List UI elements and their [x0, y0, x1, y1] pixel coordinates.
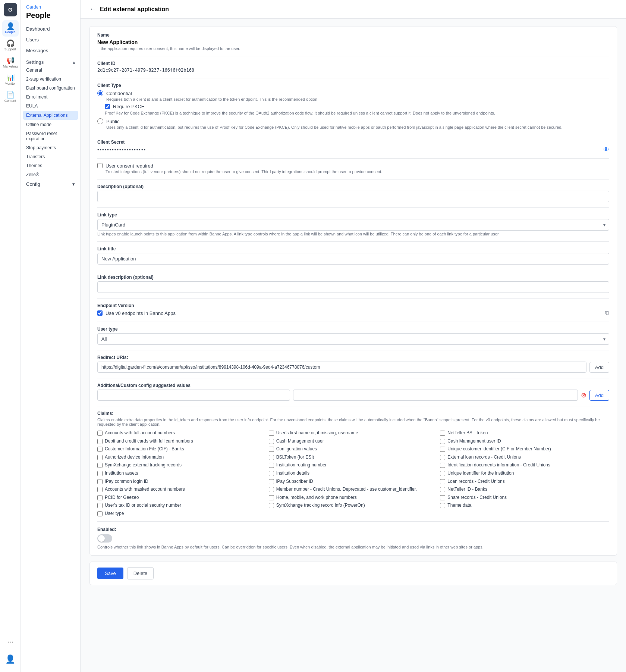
link-type-select[interactable]: PluginCard — [97, 219, 609, 231]
claim-item: Theme data — [440, 503, 609, 509]
claim-checkbox-accounts_masked[interactable] — [97, 487, 103, 492]
claim-checkbox-cif_banks[interactable] — [97, 447, 103, 452]
nav-content[interactable]: 📄 Content — [2, 89, 19, 105]
monitor-nav-label: Monitor — [4, 82, 16, 85]
claim-checkbox-ipay_login[interactable] — [97, 479, 103, 484]
copy-icon[interactable]: ⧉ — [605, 310, 609, 316]
people-nav-label: People — [5, 30, 15, 34]
description-label: Description (optional) — [97, 184, 609, 189]
claim-checkbox-theme_data[interactable] — [440, 503, 445, 508]
claim-item: NetTeller ID - Banks — [440, 487, 609, 493]
enabled-toggle[interactable] — [97, 534, 112, 543]
redirect-uri-input[interactable] — [97, 362, 586, 373]
nav-password-reset[interactable]: Password reset expiration — [21, 129, 80, 143]
nav-more[interactable]: ··· — [2, 633, 19, 650]
claim-checkbox-netteller_bsl[interactable] — [440, 431, 445, 436]
pkce-checkbox[interactable] — [105, 104, 110, 109]
settings-header[interactable]: Settings ▴ — [21, 57, 80, 66]
user-type-select[interactable]: All — [97, 333, 609, 345]
radio-public-option[interactable]: Public — [97, 118, 609, 124]
claim-checkbox-symxchange[interactable] — [97, 463, 103, 468]
claim-checkbox-unique_cif_member[interactable] — [440, 447, 445, 452]
claim-checkbox-accounts_full[interactable] — [97, 431, 103, 436]
claim-checkbox-inst_routing[interactable] — [269, 463, 274, 468]
delete-button[interactable]: Delete — [127, 567, 154, 579]
claim-checkbox-cash_mgmt_id[interactable] — [440, 439, 445, 444]
show-secret-button[interactable]: 👁 — [603, 146, 609, 153]
claim-checkbox-inst_details[interactable] — [269, 471, 274, 476]
radio-confidential-option[interactable]: Confidential — [97, 90, 609, 96]
nav-external-apps[interactable]: External Applications — [23, 111, 78, 120]
nav-dashboard-config[interactable]: Dashboard configuration — [21, 84, 80, 93]
nav-monitor[interactable]: 📊 Monitor — [2, 72, 19, 88]
field-client-secret: Client Secret •••••••••••••••••••• 👁 — [97, 140, 609, 153]
claim-checkbox-loan_records_cu[interactable] — [440, 479, 445, 484]
radio-public-input[interactable] — [97, 118, 103, 124]
nav-offline-mode[interactable]: Offline mode — [21, 120, 80, 129]
nav-stop-payments[interactable]: Stop payments — [21, 143, 80, 152]
add-config-button[interactable]: Add — [589, 390, 609, 401]
nav-2step[interactable]: 2-step verification — [21, 75, 80, 84]
claim-checkbox-pcid_geezeo[interactable] — [97, 495, 103, 500]
divider-13 — [97, 406, 609, 406]
claim-checkbox-symxchange_powerOn[interactable] — [269, 503, 274, 508]
claim-checkbox-share_records_cu[interactable] — [440, 495, 445, 500]
description-input[interactable] — [97, 191, 609, 202]
remove-config-button[interactable]: ⊗ — [581, 391, 586, 399]
nav-dashboard[interactable]: Dashboard — [21, 24, 80, 34]
claim-checkbox-user_type_claim[interactable] — [97, 511, 103, 516]
nav-brand[interactable]: Garden — [21, 0, 80, 10]
claim-label-share_records_cu: Share records - Credit Unions — [447, 495, 507, 501]
claim-checkbox-netteller_id_banks[interactable] — [440, 487, 445, 492]
nav-zelle[interactable]: Zelle® — [21, 170, 80, 179]
add-redirect-button[interactable]: Add — [589, 362, 609, 373]
nav-people[interactable]: 👤 People — [2, 20, 19, 37]
claim-checkbox-id_docs_cu[interactable] — [440, 463, 445, 468]
claim-checkbox-ext_loan_cu[interactable] — [440, 455, 445, 460]
claim-checkbox-home_mobile_work[interactable] — [269, 495, 274, 500]
custom-config-label: Additional/Custom config suggested value… — [97, 383, 609, 388]
nav-support[interactable]: 🎧 Support — [2, 37, 19, 54]
claim-item: Identification documents information - C… — [440, 462, 609, 468]
back-button[interactable]: ← — [89, 5, 96, 13]
user-type-label: User type — [97, 326, 609, 332]
nav-enrollment[interactable]: Enrollment — [21, 93, 80, 101]
app-logo[interactable]: G — [4, 3, 17, 16]
nav-marketing[interactable]: 📢 Marketing — [2, 54, 19, 71]
claim-item: Accounts with masked account numbers — [97, 487, 267, 493]
save-button[interactable]: Save — [97, 568, 123, 579]
nav-config[interactable]: Config ▾ — [21, 179, 80, 189]
claim-label-ext_loan_cu: External loan records - Credit Unions — [447, 454, 521, 460]
claim-checkbox-cash_mgmt_user[interactable] — [269, 439, 274, 444]
claim-checkbox-auth_device[interactable] — [97, 455, 103, 460]
custom-config-key-input[interactable] — [97, 390, 290, 401]
radio-confidential: Confidential Requires both a client id a… — [97, 90, 609, 115]
name-value: New Application — [97, 39, 609, 45]
divider-3 — [97, 135, 609, 135]
field-link-desc: Link description (optional) — [97, 275, 609, 293]
claim-checkbox-unique_inst[interactable] — [440, 471, 445, 476]
nav-general[interactable]: General — [21, 66, 80, 75]
nav-users[interactable]: Users — [21, 34, 80, 45]
custom-config-val-input[interactable] — [293, 390, 578, 401]
claim-checkbox-debit_credit[interactable] — [97, 439, 103, 444]
nav-eula[interactable]: EULA — [21, 101, 80, 110]
radio-confidential-input[interactable] — [97, 90, 103, 96]
claim-checkbox-institution_assets[interactable] — [97, 471, 103, 476]
claim-checkbox-member_number_cu[interactable] — [269, 487, 274, 492]
nav-transfers[interactable]: Transfers — [21, 152, 80, 161]
claim-checkbox-bsl_token_esi[interactable] — [269, 455, 274, 460]
link-title-input[interactable] — [97, 253, 609, 265]
claim-item: Accounts with full account numbers — [97, 430, 267, 436]
use-v0-checkbox[interactable] — [97, 310, 103, 316]
claim-checkbox-tax_ssn[interactable] — [97, 503, 103, 508]
nav-messages[interactable]: Messages — [21, 45, 80, 56]
nav-avatar[interactable]: 👤 — [2, 651, 19, 668]
link-desc-input[interactable] — [97, 281, 609, 293]
user-consent-checkbox[interactable] — [97, 163, 103, 168]
nav-themes[interactable]: Themes — [21, 161, 80, 170]
claim-checkbox-config_values[interactable] — [269, 447, 274, 452]
claim-checkbox-ipay_subscriber[interactable] — [269, 479, 274, 484]
claim-checkbox-users_first_name[interactable] — [269, 431, 274, 436]
custom-config-row: ⊗ Add — [97, 390, 609, 401]
